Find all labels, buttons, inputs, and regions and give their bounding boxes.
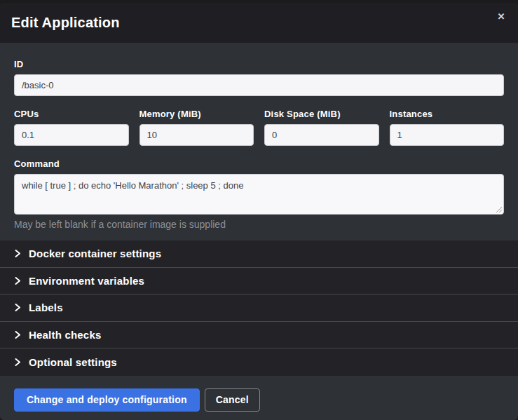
memory-input[interactable] (139, 124, 254, 146)
chevron-right-icon (14, 303, 21, 312)
instances-field-group: Instances (390, 109, 505, 146)
id-input[interactable] (14, 74, 504, 96)
application-form: ID CPUs Memory (MiB) Disk Space (MiB) In… (0, 43, 518, 241)
modal-title: Edit Application (11, 15, 120, 31)
memory-label: Memory (MiB) (139, 109, 254, 119)
resources-row: CPUs Memory (MiB) Disk Space (MiB) Insta… (14, 109, 504, 146)
edit-application-modal: Edit Application ✕ ID CPUs Memory (MiB) … (0, 3, 518, 420)
chevron-right-icon (14, 330, 21, 339)
disk-space-field-group: Disk Space (MiB) (264, 109, 379, 146)
command-field-group: Command while [ true ] ; do echo 'Hello … (14, 158, 504, 230)
chevron-right-icon (14, 358, 21, 367)
section-labels[interactable]: Labels (0, 294, 518, 322)
change-and-deploy-button[interactable]: Change and deploy configuration (14, 388, 200, 412)
section-docker-container-settings[interactable]: Docker container settings (0, 241, 518, 268)
section-health-checks[interactable]: Health checks (0, 322, 518, 349)
disk-space-input[interactable] (264, 124, 379, 146)
id-label: ID (14, 59, 504, 69)
cpus-field-group: CPUs (14, 109, 129, 146)
section-label: Labels (29, 302, 63, 313)
modal-footer: Change and deploy configuration Cancel (0, 376, 518, 420)
disk-space-label: Disk Space (MiB) (264, 109, 379, 119)
section-optional-settings[interactable]: Optional settings (0, 348, 518, 376)
collapsible-sections: Docker container settings Environment va… (0, 241, 518, 376)
command-textarea[interactable]: while [ true ] ; do echo 'Hello Marathon… (14, 174, 504, 215)
id-field-group: ID (14, 59, 504, 96)
cpus-input[interactable] (14, 124, 129, 146)
section-label: Environment variables (29, 275, 144, 287)
cancel-button[interactable]: Cancel (205, 388, 260, 412)
modal-header: Edit Application ✕ (0, 3, 518, 43)
chevron-right-icon (14, 249, 21, 258)
close-icon[interactable]: ✕ (494, 10, 508, 24)
instances-label: Instances (390, 109, 505, 119)
command-textarea-wrap: while [ true ] ; do echo 'Hello Marathon… (14, 174, 504, 215)
command-help-text: May be left blank if a container image i… (14, 219, 504, 230)
section-environment-variables[interactable]: Environment variables (0, 268, 518, 295)
instances-input[interactable] (390, 124, 505, 146)
command-label: Command (14, 158, 504, 169)
section-label: Health checks (29, 329, 101, 341)
memory-field-group: Memory (MiB) (139, 109, 254, 146)
section-label: Docker container settings (29, 248, 161, 259)
cpus-label: CPUs (14, 109, 129, 119)
section-label: Optional settings (29, 356, 117, 368)
chevron-right-icon (14, 276, 21, 285)
